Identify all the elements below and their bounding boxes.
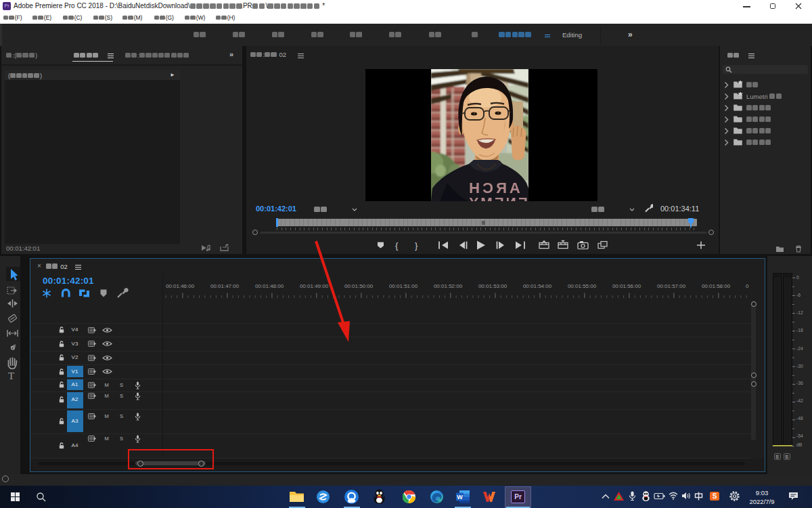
svg-text:T: T (8, 371, 14, 381)
svg-text:}: } (415, 241, 418, 250)
svg-text:{: { (395, 241, 398, 250)
svg-text:ENEMY: ENEMY (467, 194, 528, 201)
svg-text:W: W (457, 494, 463, 501)
